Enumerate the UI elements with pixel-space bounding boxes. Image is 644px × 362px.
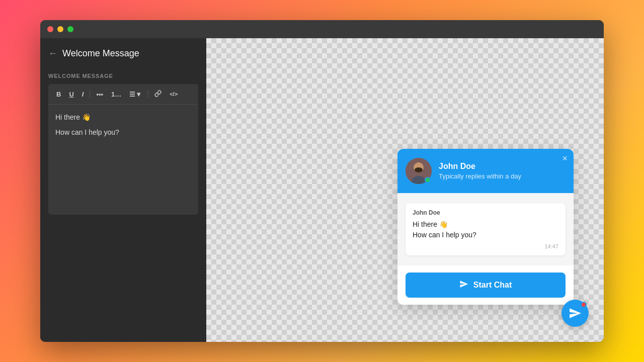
code-button[interactable]: </> — [167, 89, 181, 99]
floating-notification-dot — [581, 302, 587, 308]
sidebar: ← Welcome Message WELCOME MESSAGE B U I … — [40, 38, 206, 342]
chat-body: John Doe Hi there 👋 How can I help you? … — [397, 193, 574, 265]
main-panel: John Doe Typically replies within a day … — [206, 38, 604, 342]
editor-container: B U I ••• 1… ☰▼ </> — [48, 84, 198, 215]
browser-window: ← Welcome Message WELCOME MESSAGE B U I … — [40, 20, 604, 342]
chat-header: John Doe Typically replies within a day … — [397, 149, 574, 193]
browser-titlebar — [40, 20, 604, 38]
toolbar-separator-2 — [148, 90, 148, 98]
back-button[interactable]: ← — [48, 48, 57, 59]
avatar-container — [406, 158, 432, 184]
bold-button[interactable]: B — [53, 89, 64, 100]
floating-send-icon — [569, 307, 582, 320]
message-text: Hi there 👋 How can I help you? — [413, 219, 558, 240]
dot-green[interactable] — [67, 26, 73, 32]
toolbar-separator-1 — [90, 90, 90, 98]
start-chat-button[interactable]: Start Chat — [406, 273, 566, 298]
bullet-list-button[interactable]: ••• — [93, 89, 106, 100]
section-label: WELCOME MESSAGE — [48, 73, 198, 79]
italic-button[interactable]: I — [79, 89, 87, 100]
message-sender: John Doe — [413, 209, 558, 216]
dot-yellow[interactable] — [57, 26, 63, 32]
message-bubble: John Doe Hi there 👋 How can I help you? … — [406, 203, 566, 255]
numbered-list-button[interactable]: 1… — [108, 89, 124, 100]
link-button[interactable] — [151, 88, 165, 100]
message-line-2: How can I help you? — [413, 231, 476, 239]
dot-red[interactable] — [47, 26, 53, 32]
editor-line-2: How can I help you? — [55, 127, 191, 138]
floating-chat-button[interactable] — [561, 300, 589, 327]
editor-toolbar: B U I ••• 1… ☰▼ </> — [48, 84, 198, 105]
sidebar-header: ← Welcome Message — [48, 48, 198, 59]
browser-content: ← Welcome Message WELCOME MESSAGE B U I … — [40, 38, 604, 342]
underline-button[interactable]: U — [66, 89, 76, 100]
agent-info: John Doe Typically replies within a day — [439, 162, 566, 180]
chat-footer: Start Chat — [397, 265, 574, 305]
svg-point-2 — [415, 167, 423, 172]
editor-line-1: Hi there 👋 — [55, 112, 191, 123]
online-indicator — [425, 177, 431, 183]
editor-content[interactable]: Hi there 👋 How can I help you? — [48, 105, 198, 149]
agent-name: John Doe — [439, 162, 566, 171]
chat-widget: John Doe Typically replies within a day … — [397, 149, 574, 305]
message-line-1: Hi there 👋 — [413, 220, 448, 228]
align-button[interactable]: ☰▼ — [126, 89, 145, 100]
message-time: 14:47 — [413, 243, 558, 249]
sidebar-title: Welcome Message — [62, 48, 139, 59]
start-chat-label: Start Chat — [473, 281, 512, 290]
send-icon — [459, 280, 468, 291]
agent-status: Typically replies within a day — [439, 172, 566, 180]
close-button[interactable]: × — [562, 154, 568, 163]
